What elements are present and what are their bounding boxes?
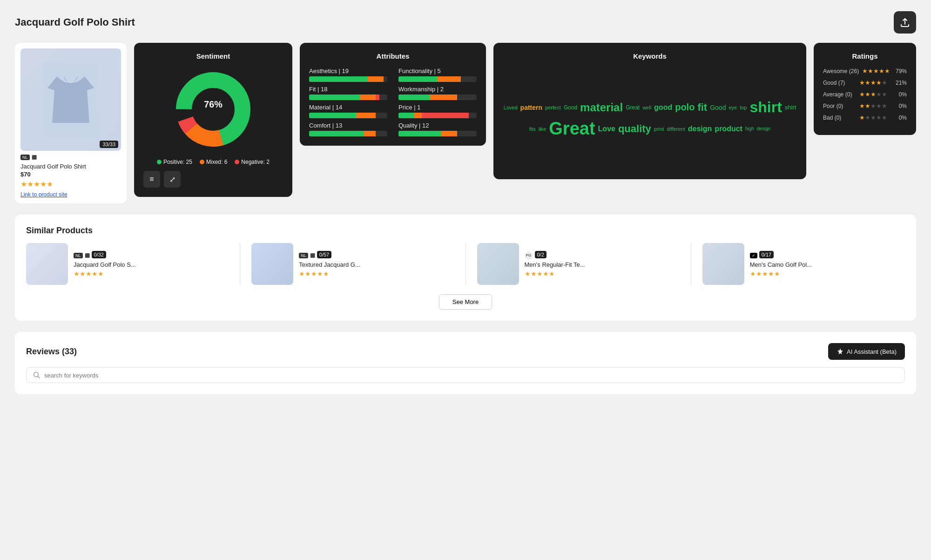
rating-bad-stars: ★★★★★ — [859, 114, 890, 121]
similar-img-3 — [477, 243, 519, 285]
rating-poor-stars: ★★★★★ — [859, 102, 890, 109]
filter-button[interactable]: ≡ — [143, 171, 160, 188]
similar-info-4: ✓ 0/17 Men's Camo Golf Pol... ★★★★★ — [750, 251, 905, 277]
word-fits: fits — [529, 126, 536, 132]
word-quality: quality — [618, 123, 651, 135]
attr-price-label: Price | 1 — [398, 104, 477, 111]
rating-average: Average (0) ★★★★★ 0% — [823, 91, 907, 98]
rating-awesome-label: Awesome (26) — [823, 68, 858, 74]
similar-item-4[interactable]: ✓ 0/17 Men's Camo Golf Pol... ★★★★★ — [702, 243, 905, 285]
attr-fit-label: Fit | 18 — [309, 86, 387, 93]
similar-brand-4: ✓ — [750, 253, 757, 258]
product-image: 33/33 — [20, 48, 121, 151]
see-more-button[interactable]: See More — [439, 294, 492, 310]
similar-products-title: Similar Products — [26, 226, 905, 236]
attr-workmanship-bar — [398, 94, 477, 100]
page-title: Jacquard Golf Polo Shirt — [15, 16, 135, 28]
search-input[interactable] — [44, 372, 230, 379]
rating-poor-pct: 0% — [894, 103, 907, 109]
attr-aesthetics-label: Aesthetics | 19 — [309, 67, 387, 74]
attr-aesthetics: Aesthetics | 19 — [309, 67, 387, 82]
similar-count-3: 0/2 — [535, 251, 546, 258]
word-material: material — [580, 101, 623, 114]
word-great1: Great — [626, 104, 640, 111]
attr-quality: Quality | 12 — [398, 122, 477, 136]
sentiment-card: Sentiment 76% Positive — [134, 43, 292, 197]
svg-line-7 — [38, 377, 40, 378]
similar-img-1 — [26, 243, 68, 285]
product-name: Jacquard Golf Polo Shirt — [20, 163, 121, 170]
ratings-card: Ratings Awesome (26) ★★★★★ 79% Good (7) … — [814, 43, 916, 135]
word-design2: design — [757, 126, 770, 131]
expand-button[interactable]: ⤢ — [164, 171, 181, 188]
upload-button[interactable] — [894, 11, 916, 34]
rating-average-label: Average (0) — [823, 91, 856, 98]
similar-info-2: NL ⬛ 0/57 Textured Jacquard G... ★★★★★ — [299, 251, 454, 277]
product-card: 33/33 NL ⬛ Jacquard Golf Polo Shirt $70 … — [15, 43, 127, 203]
keywords-card: Keywords Loved pattern perfect Good mate… — [493, 43, 806, 179]
positive-legend: Positive: 25 — [157, 159, 192, 165]
negative-label: Negative: 2 — [241, 159, 270, 165]
ai-assistant-button[interactable]: AI Assistant (Beta) — [828, 343, 905, 360]
word-top: top — [740, 105, 747, 110]
reviews-header: Reviews (33) AI Assistant (Beta) — [26, 343, 905, 360]
attr-material-label: Material | 14 — [309, 104, 387, 111]
attr-quality-bar — [398, 131, 477, 136]
similar-brand-3: PG — [525, 251, 533, 260]
reviews-title: Reviews (33) — [26, 347, 77, 357]
word-high: high — [745, 126, 754, 131]
similar-grid: NL ⬛ 0/32 Jacquard Golf Polo S... ★★★★★ … — [26, 243, 905, 285]
attr-fit-bar — [309, 94, 387, 100]
sentiment-title: Sentiment — [143, 52, 283, 60]
product-stars: ★★★★★ — [20, 180, 121, 189]
search-icon — [33, 371, 40, 379]
rating-good-label: Good (7) — [823, 80, 856, 86]
similar-count-4: 0/17 — [759, 251, 774, 258]
rating-good-pct: 21% — [894, 80, 907, 86]
word-pattern: pattern — [520, 104, 542, 111]
rating-awesome-pct: 79% — [894, 68, 907, 74]
similar-item-1[interactable]: NL ⬛ 0/32 Jacquard Golf Polo S... ★★★★★ — [26, 243, 229, 285]
product-brand-sub: ⬛ — [32, 155, 37, 160]
word-cloud: Loved pattern perfect Good material Grea… — [503, 67, 797, 170]
product-price: $70 — [20, 171, 121, 178]
attr-functionality-label: Functionality | 5 — [398, 67, 477, 74]
word-design: design — [688, 125, 712, 133]
ratings-title: Ratings — [823, 52, 907, 60]
word-product: product — [715, 125, 742, 133]
word-love: Love — [598, 125, 615, 133]
mixed-dot — [200, 160, 204, 164]
rating-average-pct: 0% — [894, 91, 907, 98]
word-great2: Great — [549, 119, 595, 139]
reviews-search-bar[interactable] — [26, 367, 905, 383]
attr-workmanship: Workmanship | 2 — [398, 86, 477, 100]
similar-stars-3: ★★★★★ — [525, 270, 680, 277]
similar-stars-1: ★★★★★ — [74, 270, 229, 277]
attr-material-bar — [309, 113, 387, 118]
rating-bad-label: Bad (0) — [823, 115, 856, 121]
attr-comfort-bar — [309, 131, 387, 136]
similar-name-3: Men's Regular-Fit Te... — [525, 261, 680, 268]
similar-products-section: Similar Products NL ⬛ 0/32 Jacquard Golf… — [15, 215, 916, 321]
product-link[interactable]: Link to product site — [20, 191, 67, 198]
attr-price-bar — [398, 113, 477, 118]
mixed-label: Mixed: 6 — [206, 159, 227, 165]
rating-good-stars: ★★★★★ — [859, 79, 890, 86]
product-brand-badge: NL — [20, 155, 30, 160]
similar-img-4 — [702, 243, 744, 285]
word-polo: polo — [675, 102, 695, 113]
rating-good: Good (7) ★★★★★ 21% — [823, 79, 907, 86]
similar-info-3: PG 0/2 Men's Regular-Fit Te... ★★★★★ — [525, 251, 680, 277]
similar-stars-4: ★★★★★ — [750, 270, 905, 277]
similar-item-2[interactable]: NL ⬛ 0/57 Textured Jacquard G... ★★★★★ — [251, 243, 454, 285]
similar-info-1: NL ⬛ 0/32 Jacquard Golf Polo S... ★★★★★ — [74, 251, 229, 277]
sentiment-legend: Positive: 25 Mixed: 6 Negative: 2 — [143, 159, 283, 165]
similar-item-3[interactable]: PG 0/2 Men's Regular-Fit Te... ★★★★★ — [477, 243, 680, 285]
attr-quality-label: Quality | 12 — [398, 122, 477, 129]
word-loved: Loved — [504, 105, 518, 110]
word-good1: Good — [564, 104, 577, 111]
attr-price: Price | 1 — [398, 104, 477, 118]
similar-img-2 — [251, 243, 293, 285]
sentiment-actions: ≡ ⤢ — [143, 171, 283, 188]
attr-material: Material | 14 — [309, 104, 387, 118]
